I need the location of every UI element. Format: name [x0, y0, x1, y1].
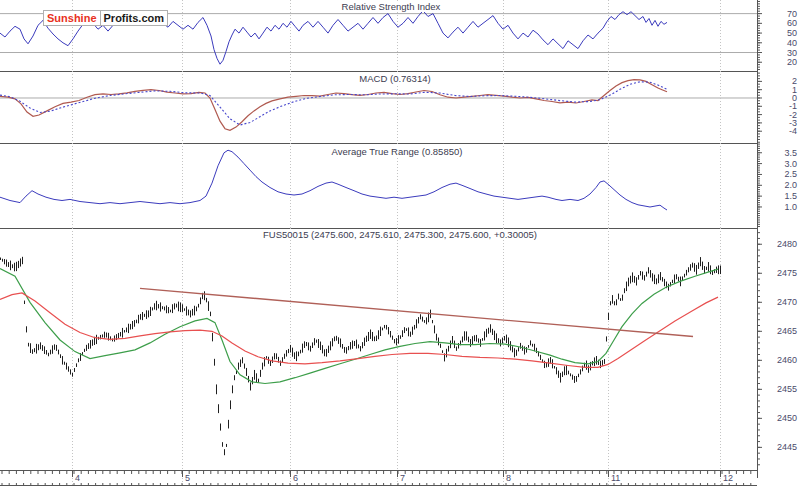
svg-text:2480: 2480	[777, 239, 797, 249]
svg-text:50: 50	[787, 28, 797, 38]
svg-text:60: 60	[787, 18, 797, 28]
svg-text:1.5: 1.5	[784, 191, 797, 201]
svg-text:2475: 2475	[777, 268, 797, 278]
atr-line	[0, 150, 667, 210]
macd-line	[0, 80, 667, 131]
x-axis-label: 12	[723, 473, 733, 483]
panel-price: 24802475247024652460245524502445	[0, 228, 797, 471]
panel-title-rsi: Relative Strength Index	[339, 1, 444, 12]
sunshine-profits-logo: SunshineProfits.com	[43, 10, 168, 26]
svg-text:30: 30	[787, 48, 797, 58]
svg-text:3.0: 3.0	[784, 159, 797, 169]
svg-text:40: 40	[787, 38, 797, 48]
panel-title-atr: Average True Range (0.85850)	[329, 146, 466, 157]
svg-text:2.5: 2.5	[784, 169, 797, 179]
x-axis-label: 8	[506, 473, 511, 483]
panel-title-macd: MACD (0.76314)	[356, 73, 433, 84]
svg-text:2460: 2460	[777, 355, 797, 365]
panel-title-price: FUS50015 (2475.600, 2475.610, 2475.300, …	[260, 229, 540, 240]
x-axis-label: 7	[400, 473, 405, 483]
logo-sunshine-text: Sunshine	[43, 10, 101, 26]
resistance-trendline	[140, 288, 693, 336]
chart-root: 706050403020210-1-2-3-43.53.02.52.01.51.…	[0, 0, 800, 486]
svg-text:2445: 2445	[777, 442, 797, 452]
svg-text:1.0: 1.0	[784, 202, 797, 212]
svg-text:2470: 2470	[777, 297, 797, 307]
svg-text:20: 20	[787, 57, 797, 67]
ma-fast-green	[0, 269, 718, 384]
x-axis-label: 4	[75, 473, 80, 483]
price-bars	[1, 257, 721, 455]
x-axis: 456781112	[0, 470, 757, 486]
logo-profits-text: Profits.com	[100, 10, 169, 26]
svg-text:-4: -4	[789, 126, 797, 136]
macd-signal-line	[0, 82, 667, 125]
x-axis-label: 5	[185, 473, 190, 483]
x-axis-label: 6	[293, 473, 298, 483]
svg-text:2.0: 2.0	[784, 180, 797, 190]
svg-text:70: 70	[787, 9, 797, 19]
x-axis-label: 11	[611, 473, 620, 483]
svg-text:2455: 2455	[777, 384, 797, 394]
svg-text:2450: 2450	[777, 413, 797, 423]
svg-text:2465: 2465	[777, 326, 797, 336]
svg-text:3.5: 3.5	[784, 148, 797, 158]
